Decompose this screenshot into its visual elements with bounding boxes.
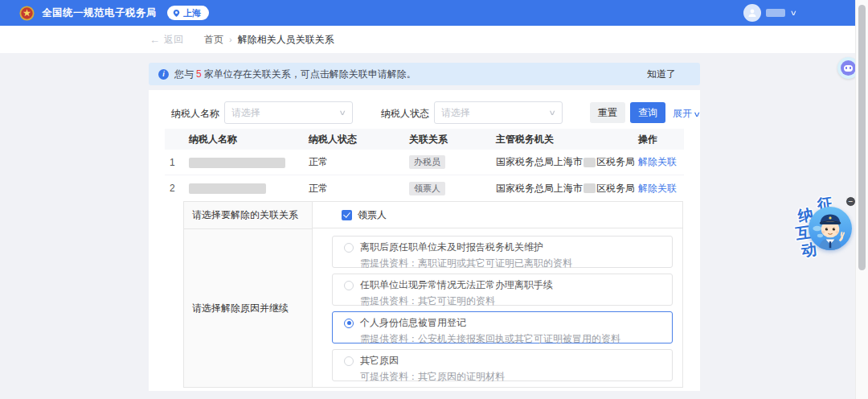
breadcrumb-current: 解除相关人员关联关系 — [238, 33, 334, 47]
relation-tag: 办税员 — [409, 155, 445, 169]
relation-cell: 领票人 — [406, 182, 493, 195]
banner-dismiss-button[interactable]: 知道了 — [647, 68, 676, 81]
remove-relation-link[interactable]: 解除关联 — [638, 183, 677, 194]
national-emblem-icon — [19, 6, 35, 21]
header-action: 操作 — [635, 133, 684, 146]
taxpayer-status-select[interactable]: 请选择 ∨ — [434, 101, 563, 124]
breadcrumb-home[interactable]: 首页 — [204, 33, 223, 47]
chevron-down-icon: ∨ — [549, 109, 557, 117]
taxpayer-name-redacted — [186, 183, 305, 194]
relation-checkbox-label: 领票人 — [358, 208, 387, 222]
reset-button[interactable]: 重置 — [590, 102, 625, 123]
tax-officer-mascot-icon — [809, 207, 852, 250]
filter-label-taxpayer-name: 纳税人名称 — [149, 107, 219, 121]
row-index: 1 — [165, 157, 186, 168]
back-arrow-icon: ← — [149, 34, 160, 46]
taxpayer-name-redacted — [186, 156, 305, 167]
table-row: 1 正常 办税员 国家税务总局上海市区税务局 解除关联 — [165, 150, 684, 175]
reason-option-resigned[interactable]: 离职后原任职单位未及时报告税务机关维护 需提供资料：离职证明或其它可证明已离职的… — [332, 236, 673, 268]
reason-options: 离职后原任职单位未及时报告税务机关维护 需提供资料：离职证明或其它可证明已离职的… — [313, 229, 682, 387]
interaction-mascot-widget[interactable]: 纳 征 互 动 — [792, 190, 864, 270]
relation-tag: 领票人 — [409, 182, 445, 195]
location-pin-icon — [173, 10, 180, 17]
table-row: 2 正常 领票人 国家税务总局上海市区税务局 解除关联 — [165, 175, 684, 201]
district-redacted — [583, 158, 596, 167]
filter-bar: 纳税人名称 请选择 ∨ 纳税人状态 请选择 ∨ 重置 查询 展开∨ — [149, 90, 700, 127]
location-switcher[interactable]: 上海 — [167, 6, 209, 20]
reason-option-desc: 需提供资料：离职证明或其它可证明已离职的资料 — [360, 257, 672, 270]
header-taxpayer-name: 纳税人名称 — [186, 133, 305, 146]
header-taxpayer-status: 纳税人状态 — [305, 133, 406, 146]
authority-cell: 国家税务总局上海市区税务局 — [493, 182, 635, 195]
radio-icon[interactable] — [344, 281, 354, 290]
radio-icon-selected[interactable] — [344, 319, 354, 328]
breadcrumb-separator-icon: › — [229, 35, 232, 44]
banner-text: 您与5家单位存在关联关系，可点击解除关联申请解除。 — [174, 68, 416, 81]
chevron-down-icon: ∨ — [339, 109, 347, 117]
radio-icon[interactable] — [344, 356, 354, 366]
person-icon — [747, 7, 758, 19]
taxpayer-status: 正常 — [305, 182, 406, 195]
remove-relation-link[interactable]: 解除关联 — [638, 156, 677, 167]
reason-option-other[interactable]: 其它原因 可提供资料：其它原因的证明材料 — [332, 349, 673, 381]
scrollbar-thumb[interactable] — [858, 5, 866, 270]
expand-filters-link[interactable]: 展开∨ — [673, 107, 700, 121]
radio-icon[interactable] — [344, 243, 354, 253]
relation-checkbox[interactable] — [342, 210, 352, 220]
taxpayer-status: 正常 — [305, 155, 406, 169]
info-banner: i 您与5家单位存在关联关系，可点击解除关联申请解除。 知道了 — [149, 63, 700, 85]
relation-count: 5 — [194, 68, 204, 80]
relation-cell: 办税员 — [406, 155, 493, 169]
relation-to-remove-label: 请选择要解除的关联关系 — [184, 202, 313, 229]
search-button[interactable]: 查询 — [630, 102, 665, 123]
chevron-down-icon: ∨ — [790, 9, 797, 17]
info-icon: i — [158, 69, 169, 80]
content-card: 纳税人名称 请选择 ∨ 纳税人状态 请选择 ∨ 重置 查询 展开∨ 纳税人名称 … — [149, 90, 700, 391]
taxpayer-name-placeholder: 请选择 — [231, 106, 260, 120]
breadcrumb-bar: ← 返回 首页 › 解除相关人员关联关系 — [0, 26, 855, 53]
filter-label-taxpayer-status: 纳税人状态 — [379, 107, 429, 121]
table-header-row: 纳税人名称 纳税人状态 关联关系 主管税务机关 操作 — [165, 129, 684, 150]
reason-option-desc: 可提供资料：其它原因的证明材料 — [360, 370, 672, 384]
district-redacted — [583, 183, 596, 193]
reason-option-identity-misused[interactable]: 个人身份信息被冒用登记 需提供资料：公安机关接报案回执或其它可证明被冒用的资料 — [332, 311, 673, 343]
back-label: 返回 — [164, 33, 183, 47]
reason-option-employer-abnormal[interactable]: 任职单位出现异常情况无法正常办理离职手续 需提供资料：其它可证明的资料 — [332, 274, 673, 306]
header-authority: 主管税务机关 — [493, 133, 635, 146]
authority-cell: 国家税务总局上海市区税务局 — [493, 155, 635, 169]
screen: 全国统一规范电子税务局 上海 ∨ ← 返回 首页 › — [0, 0, 868, 399]
app-title: 全国统一规范电子税务局 — [42, 6, 157, 20]
breadcrumb: 首页 › 解除相关人员关联关系 — [204, 33, 334, 47]
avatar — [743, 4, 761, 22]
relation-to-remove-value: 领票人 — [313, 202, 682, 228]
remove-relation-form: 请选择要解除的关联关系 领票人 请选择解除原因并继续 离职后原任职单位未及时报告… — [183, 201, 683, 388]
relations-table: 纳税人名称 纳税人状态 关联关系 主管税务机关 操作 1 正常 办税员 国家税务… — [165, 129, 684, 201]
taxpayer-name-select[interactable]: 请选择 ∨ — [224, 101, 353, 124]
header-relation: 关联关系 — [406, 133, 493, 146]
taxpayer-status-placeholder: 请选择 — [441, 106, 470, 120]
scrollbar-track[interactable] — [855, 0, 868, 399]
reason-option-desc: 需提供资料：公安机关接报案回执或其它可证明被冒用的资料 — [360, 332, 672, 346]
user-menu[interactable]: ∨ — [743, 0, 796, 26]
location-label: 上海 — [183, 7, 201, 19]
chevron-down-icon: ∨ — [693, 110, 701, 118]
robot-icon — [841, 60, 856, 76]
topbar: 全国统一规范电子税务局 上海 ∨ — [0, 0, 855, 26]
row-index: 2 — [165, 183, 186, 194]
reason-label: 请选择解除原因并继续 — [184, 229, 313, 387]
back-button[interactable]: ← 返回 — [149, 33, 183, 47]
user-name-redacted — [766, 9, 785, 17]
reason-option-desc: 需提供资料：其它可证明的资料 — [360, 294, 672, 308]
